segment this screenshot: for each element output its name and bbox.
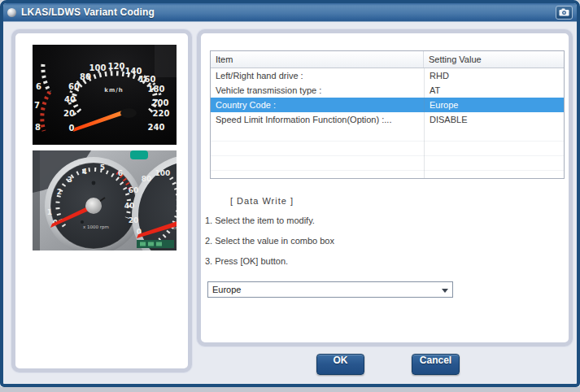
settings-panel: Item Setting Value Left/Right hand drive… (197, 29, 573, 346)
gauge-photos-panel: 0 20 40 60 80 100 120 140 160 180 200 22… (11, 29, 192, 372)
tach-hub (85, 198, 102, 214)
gauge-scale-label: 220 (153, 109, 170, 118)
window-title: LKAS/LDWS Variant Coding (21, 7, 155, 18)
gauge-scale-label: 6 (36, 82, 41, 91)
desktop-background-strip (0, 387, 580, 392)
row-setting-value: AT (424, 85, 564, 95)
gauge-scale-label: 240 (148, 123, 165, 132)
value-combobox[interactable]: Europe (207, 281, 453, 298)
gauge-scale-label: 80 (80, 72, 91, 81)
instruction-step-2: 2. Select the value in combo box (205, 236, 334, 246)
table-empty-row (211, 156, 564, 171)
gauge-scale-label: 100 (89, 63, 107, 72)
row-setting-value: RHD (424, 71, 564, 81)
titlebar[interactable]: LKAS/LDWS Variant Coding (3, 3, 577, 22)
gauge-scale-label: 60 (129, 186, 139, 194)
dialog-content: 0 20 40 60 80 100 120 140 160 180 200 22… (3, 22, 577, 384)
instruction-step-3: 3. Press [OK] button. (205, 256, 288, 266)
instruction-step-1: 1. Select the item to modify. (205, 216, 315, 225)
speedo-unit-label: km/h (104, 87, 124, 94)
data-write-heading: [ Data Write ] (230, 196, 294, 206)
ok-button[interactable]: OK (316, 354, 364, 375)
table-empty-row (211, 142, 564, 156)
table-empty-row (211, 127, 564, 142)
gauge-scale-label: 20 (63, 109, 75, 118)
speedo-hub (120, 108, 137, 118)
gauge-scale-label: 3 (68, 176, 72, 184)
row-setting-value: Europe (424, 100, 564, 110)
speedometer-photo: 0 20 40 60 80 100 120 140 160 180 200 22… (33, 45, 177, 145)
row-item-label: Left/Right hand drive : (211, 71, 424, 81)
column-header-setting-value: Setting Value (424, 54, 564, 64)
gauge-scale-label: 80 (142, 175, 152, 183)
variant-coding-window: LKAS/LDWS Variant Coding (0, 0, 580, 387)
gauge-scale-label: 120 (108, 62, 125, 71)
row-item-label: Speed Limit Information Function(Option)… (211, 115, 424, 124)
gauge-scale-label: 160 (139, 75, 156, 84)
cluster-photo: 0 1 2 3 4 5 6 x 1000 rpm (33, 150, 177, 250)
gauge-scale-label: 20 (129, 216, 139, 224)
gauge-scale-label: 60 (68, 82, 80, 91)
table-row[interactable]: Left/Right hand drive : RHD (211, 68, 564, 83)
combobox-selected-value: Europe (212, 285, 241, 294)
gauge-scale-label: 100 (155, 169, 171, 177)
cancel-button[interactable]: Cancel (412, 354, 460, 375)
gauge-scale-label: 6 (118, 169, 123, 177)
gauge-scale-label: 7 (34, 101, 40, 110)
camera-icon (559, 8, 569, 16)
gauge-scale-label: 40 (64, 95, 76, 104)
tach-unit-label: x 1000 rpm (83, 224, 109, 230)
gauge-scale-label: 40 (124, 202, 135, 210)
gauge-scale-label: 200 (152, 98, 169, 107)
gauge-scale-label: 180 (148, 85, 165, 94)
settings-table: Item Setting Value Left/Right hand drive… (210, 50, 565, 179)
gauge-scale-label: 5 (100, 163, 105, 172)
gauge-scale-label: 8 (35, 123, 41, 132)
chevron-down-icon[interactable] (442, 289, 448, 293)
app-sphere-icon (7, 8, 16, 17)
row-item-label: Vehicle transmission type : (211, 85, 424, 95)
row-setting-value: DISABLE (424, 115, 564, 124)
gauge-scale-label: 4 (82, 168, 87, 176)
table-row[interactable]: Speed Limit Information Function(Option)… (211, 112, 564, 127)
table-row-selected[interactable]: Country Code : Europe (211, 98, 564, 112)
gauge-scale-label: 1 (47, 208, 52, 216)
table-header: Item Setting Value (211, 51, 564, 68)
gauge-scale-label: 2 (57, 188, 62, 196)
table-row[interactable]: Vehicle transmission type : AT (211, 83, 564, 98)
teal-indicator (130, 150, 148, 159)
screenshot-camera-button[interactable] (556, 6, 573, 20)
column-header-item: Item (211, 51, 424, 68)
row-item-label: Country Code : (211, 100, 424, 110)
